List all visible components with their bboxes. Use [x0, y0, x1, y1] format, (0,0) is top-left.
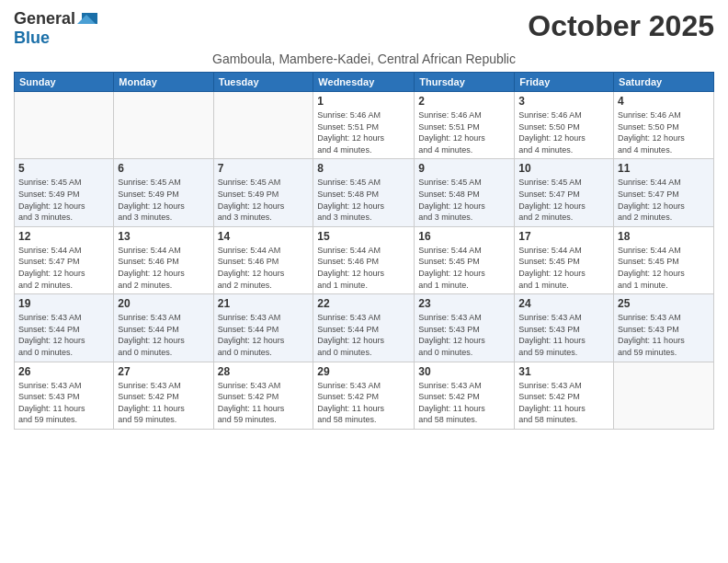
day-cell-22: 22Sunrise: 5:43 AM Sunset: 5:44 PM Dayli…: [313, 294, 415, 362]
day-info-2: Sunrise: 5:46 AM Sunset: 5:51 PM Dayligh…: [418, 109, 510, 155]
day-info-20: Sunrise: 5:43 AM Sunset: 5:44 PM Dayligh…: [118, 312, 209, 358]
day-info-8: Sunrise: 5:45 AM Sunset: 5:48 PM Dayligh…: [317, 177, 410, 223]
day-info-9: Sunrise: 5:45 AM Sunset: 5:48 PM Dayligh…: [418, 177, 510, 223]
day-cell-12: 12Sunrise: 5:44 AM Sunset: 5:47 PM Dayli…: [15, 226, 114, 293]
day-info-31: Sunrise: 5:43 AM Sunset: 5:42 PM Dayligh…: [518, 380, 609, 426]
week-row-2: 5Sunrise: 5:45 AM Sunset: 5:49 PM Daylig…: [15, 159, 714, 226]
logo: General Blue: [14, 9, 97, 48]
day-header-sunday: Sunday: [15, 73, 114, 92]
title-section: October 2025: [528, 9, 714, 43]
day-info-10: Sunrise: 5:45 AM Sunset: 5:47 PM Dayligh…: [518, 177, 609, 223]
empty-cell: [114, 92, 213, 159]
day-header-tuesday: Tuesday: [213, 73, 313, 92]
day-info-27: Sunrise: 5:43 AM Sunset: 5:42 PM Dayligh…: [118, 380, 209, 426]
day-cell-21: 21Sunrise: 5:43 AM Sunset: 5:44 PM Dayli…: [213, 294, 313, 362]
day-number-22: 22: [317, 297, 410, 310]
day-number-2: 2: [418, 95, 510, 108]
day-info-7: Sunrise: 5:45 AM Sunset: 5:49 PM Dayligh…: [218, 177, 310, 223]
day-info-16: Sunrise: 5:44 AM Sunset: 5:45 PM Dayligh…: [418, 245, 510, 291]
day-cell-17: 17Sunrise: 5:44 AM Sunset: 5:45 PM Dayli…: [515, 226, 614, 293]
day-info-6: Sunrise: 5:45 AM Sunset: 5:49 PM Dayligh…: [118, 177, 209, 223]
day-cell-27: 27Sunrise: 5:43 AM Sunset: 5:42 PM Dayli…: [114, 362, 213, 429]
day-info-11: Sunrise: 5:44 AM Sunset: 5:47 PM Dayligh…: [618, 177, 710, 223]
empty-cell: [614, 362, 714, 429]
day-header-saturday: Saturday: [614, 73, 714, 92]
day-header-monday: Monday: [114, 73, 213, 92]
day-number-27: 27: [118, 365, 209, 378]
day-number-10: 10: [518, 162, 609, 175]
logo-blue-text: Blue: [14, 29, 50, 48]
day-info-1: Sunrise: 5:46 AM Sunset: 5:51 PM Dayligh…: [317, 109, 410, 155]
day-cell-4: 4Sunrise: 5:46 AM Sunset: 5:50 PM Daylig…: [614, 92, 714, 159]
empty-cell: [213, 92, 313, 159]
header-row: SundayMondayTuesdayWednesdayThursdayFrid…: [15, 73, 714, 92]
day-number-21: 21: [218, 297, 310, 310]
week-row-3: 12Sunrise: 5:44 AM Sunset: 5:47 PM Dayli…: [15, 226, 714, 293]
day-number-9: 9: [418, 162, 510, 175]
day-info-3: Sunrise: 5:46 AM Sunset: 5:50 PM Dayligh…: [518, 109, 609, 155]
day-number-11: 11: [618, 162, 710, 175]
day-number-25: 25: [618, 297, 710, 310]
day-number-19: 19: [18, 297, 109, 310]
day-info-26: Sunrise: 5:43 AM Sunset: 5:43 PM Dayligh…: [18, 380, 109, 426]
day-info-22: Sunrise: 5:43 AM Sunset: 5:44 PM Dayligh…: [317, 312, 410, 358]
logo-icon: [77, 11, 97, 28]
day-number-1: 1: [317, 95, 410, 108]
day-number-6: 6: [118, 162, 209, 175]
day-cell-23: 23Sunrise: 5:43 AM Sunset: 5:43 PM Dayli…: [415, 294, 515, 362]
day-cell-14: 14Sunrise: 5:44 AM Sunset: 5:46 PM Dayli…: [213, 226, 313, 293]
logo-general-text: General: [14, 9, 75, 29]
day-number-23: 23: [418, 297, 510, 310]
day-number-16: 16: [418, 230, 510, 243]
day-info-28: Sunrise: 5:43 AM Sunset: 5:42 PM Dayligh…: [218, 380, 310, 426]
day-cell-8: 8Sunrise: 5:45 AM Sunset: 5:48 PM Daylig…: [313, 159, 415, 226]
day-number-7: 7: [218, 162, 310, 175]
day-info-18: Sunrise: 5:44 AM Sunset: 5:45 PM Dayligh…: [618, 245, 710, 291]
day-info-24: Sunrise: 5:43 AM Sunset: 5:43 PM Dayligh…: [518, 312, 609, 358]
day-cell-16: 16Sunrise: 5:44 AM Sunset: 5:45 PM Dayli…: [415, 226, 515, 293]
week-row-4: 19Sunrise: 5:43 AM Sunset: 5:44 PM Dayli…: [15, 294, 714, 362]
day-info-21: Sunrise: 5:43 AM Sunset: 5:44 PM Dayligh…: [218, 312, 310, 358]
day-cell-6: 6Sunrise: 5:45 AM Sunset: 5:49 PM Daylig…: [114, 159, 213, 226]
day-info-25: Sunrise: 5:43 AM Sunset: 5:43 PM Dayligh…: [618, 312, 710, 358]
calendar: SundayMondayTuesdayWednesdayThursdayFrid…: [14, 72, 714, 430]
day-number-13: 13: [118, 230, 209, 243]
day-cell-18: 18Sunrise: 5:44 AM Sunset: 5:45 PM Dayli…: [614, 226, 714, 293]
day-cell-26: 26Sunrise: 5:43 AM Sunset: 5:43 PM Dayli…: [15, 362, 114, 429]
day-number-18: 18: [618, 230, 710, 243]
day-info-14: Sunrise: 5:44 AM Sunset: 5:46 PM Dayligh…: [218, 245, 310, 291]
month-title: October 2025: [528, 9, 714, 43]
day-info-4: Sunrise: 5:46 AM Sunset: 5:50 PM Dayligh…: [618, 109, 710, 155]
week-row-5: 26Sunrise: 5:43 AM Sunset: 5:43 PM Dayli…: [15, 362, 714, 429]
day-cell-7: 7Sunrise: 5:45 AM Sunset: 5:49 PM Daylig…: [213, 159, 313, 226]
day-cell-31: 31Sunrise: 5:43 AM Sunset: 5:42 PM Dayli…: [515, 362, 614, 429]
day-info-29: Sunrise: 5:43 AM Sunset: 5:42 PM Dayligh…: [317, 380, 410, 426]
day-cell-29: 29Sunrise: 5:43 AM Sunset: 5:42 PM Dayli…: [313, 362, 415, 429]
day-cell-13: 13Sunrise: 5:44 AM Sunset: 5:46 PM Dayli…: [114, 226, 213, 293]
subtitle: Gamboula, Mambere-Kadei, Central African…: [14, 52, 714, 66]
day-header-wednesday: Wednesday: [313, 73, 415, 92]
day-number-26: 26: [18, 365, 109, 378]
day-info-15: Sunrise: 5:44 AM Sunset: 5:46 PM Dayligh…: [317, 245, 410, 291]
day-cell-11: 11Sunrise: 5:44 AM Sunset: 5:47 PM Dayli…: [614, 159, 714, 226]
day-number-28: 28: [218, 365, 310, 378]
day-cell-15: 15Sunrise: 5:44 AM Sunset: 5:46 PM Dayli…: [313, 226, 415, 293]
day-number-3: 3: [518, 95, 609, 108]
day-header-friday: Friday: [515, 73, 614, 92]
day-info-30: Sunrise: 5:43 AM Sunset: 5:42 PM Dayligh…: [418, 380, 510, 426]
day-info-19: Sunrise: 5:43 AM Sunset: 5:44 PM Dayligh…: [18, 312, 109, 358]
day-cell-20: 20Sunrise: 5:43 AM Sunset: 5:44 PM Dayli…: [114, 294, 213, 362]
day-cell-30: 30Sunrise: 5:43 AM Sunset: 5:42 PM Dayli…: [415, 362, 515, 429]
day-number-24: 24: [518, 297, 609, 310]
page: General Blue October 2025 Gamboula, Mamb…: [0, 0, 728, 439]
day-cell-1: 1Sunrise: 5:46 AM Sunset: 5:51 PM Daylig…: [313, 92, 415, 159]
day-cell-9: 9Sunrise: 5:45 AM Sunset: 5:48 PM Daylig…: [415, 159, 515, 226]
day-number-12: 12: [18, 230, 109, 243]
day-number-20: 20: [118, 297, 209, 310]
day-number-29: 29: [317, 365, 410, 378]
day-cell-10: 10Sunrise: 5:45 AM Sunset: 5:47 PM Dayli…: [515, 159, 614, 226]
day-number-8: 8: [317, 162, 410, 175]
day-number-5: 5: [18, 162, 109, 175]
day-number-30: 30: [418, 365, 510, 378]
header: General Blue October 2025: [14, 9, 714, 48]
